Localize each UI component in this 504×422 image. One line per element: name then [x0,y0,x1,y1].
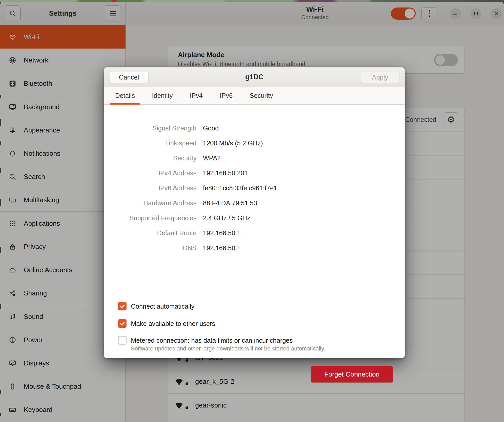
detail-label: Security [104,154,196,162]
desktop-edge-artifact [0,413,1,416]
detail-row-ipv6-address: IPv6 Addressfe80::1cc8:33fe:c961:f7e1 [104,181,405,196]
detail-row-link-speed: Link speed1200 Mb/s (5.2 GHz) [104,136,405,151]
detail-value: 192.168.50.201 [203,169,248,177]
tab-ipv6[interactable]: IPv6 [215,87,238,104]
detail-label: Default Route [104,229,196,237]
tab-ipv4[interactable]: IPv4 [185,87,208,104]
detail-label: Hardware Address [104,199,196,207]
desktop-edge-artifact [0,247,1,253]
detail-row-security: SecurityWPA2 [104,151,405,166]
detail-label: IPv6 Address [104,184,196,192]
detail-row-signal-strength: Signal StrengthGood [104,121,405,136]
desktop-edge-artifact [0,141,1,145]
detail-value: 88:F4:DA:79:51:53 [203,199,257,207]
detail-value: 192.168.50.1 [203,244,241,252]
detail-value: 2.4 GHz / 5 GHz [203,214,250,222]
dialog-headerbar: Cancel g1DC Apply [104,67,405,87]
checkbox-row-make-available-to-other-users[interactable]: Make available to other users [118,319,389,328]
connection-details: Signal StrengthGoodLink speed1200 Mb/s (… [104,121,405,255]
dialog-tabs: DetailsIdentityIPv4IPv6Security [104,87,405,105]
checked-checkbox[interactable] [118,302,127,310]
detail-label: IPv4 Address [104,169,196,177]
desktop-edge-artifact [0,304,1,309]
checkbox-label: Make available to other users [131,319,215,328]
checked-checkbox[interactable] [118,319,127,328]
detail-row-dns: DNS192.168.50.1 [104,240,405,255]
detail-value: Good [203,124,219,132]
checkbox-sublabel: Software updates and other large downloa… [131,345,325,352]
detail-row-ipv4-address: IPv4 Address192.168.50.201 [104,166,405,181]
desktop-edge-artifact [0,119,1,126]
connection-details-dialog: Cancel g1DC Apply DetailsIdentityIPv4IPv… [104,67,405,358]
tab-identity[interactable]: Identity [147,87,178,104]
desktop-edge-artifact [0,95,1,98]
desktop-background-strip [0,0,504,2]
apply-button[interactable]: Apply [361,72,399,83]
unchecked-checkbox[interactable] [118,336,127,345]
detail-value: WPA2 [203,154,221,162]
checkbox-row-connect-automatically[interactable]: Connect automatically [118,302,389,310]
detail-row-default-route: Default Route192.168.50.1 [104,225,405,240]
dialog-content: Signal StrengthGoodLink speed1200 Mb/s (… [104,105,405,358]
detail-label: Link speed [104,139,196,147]
checkbox-label: Connect automatically [131,302,194,310]
tab-security[interactable]: Security [245,87,278,104]
cancel-button[interactable]: Cancel [109,72,149,83]
detail-value: 192.168.50.1 [203,229,241,237]
desktop-edge-artifact [0,390,1,394]
detail-value: 1200 Mb/s (5.2 GHz) [203,139,263,147]
screen: Settings Wi-FiNetworkBluetoothBackground… [0,0,504,422]
checkbox-row-metered-connection[interactable]: Metered connection: has data limits or c… [118,336,389,352]
tab-details[interactable]: Details [110,87,140,104]
detail-row-supported-frequencies: Supported Frequencies2.4 GHz / 5 GHz [104,210,405,225]
detail-row-hardware-address: Hardware Address88:F4:DA:79:51:53 [104,196,405,210]
dialog-title: g1DC [245,73,264,81]
detail-label: Signal Strength [104,124,196,132]
detail-label: Supported Frequencies [104,214,196,222]
desktop-edge-artifact [0,168,1,173]
forget-connection-button[interactable]: Forget Connection [311,366,393,382]
detail-label: DNS [104,244,196,252]
detail-value: fe80::1cc8:33fe:c961:f7e1 [203,184,277,192]
checkbox-label: Metered connection: has data limits or c… [131,336,325,345]
desktop-edge-artifact [0,199,1,206]
